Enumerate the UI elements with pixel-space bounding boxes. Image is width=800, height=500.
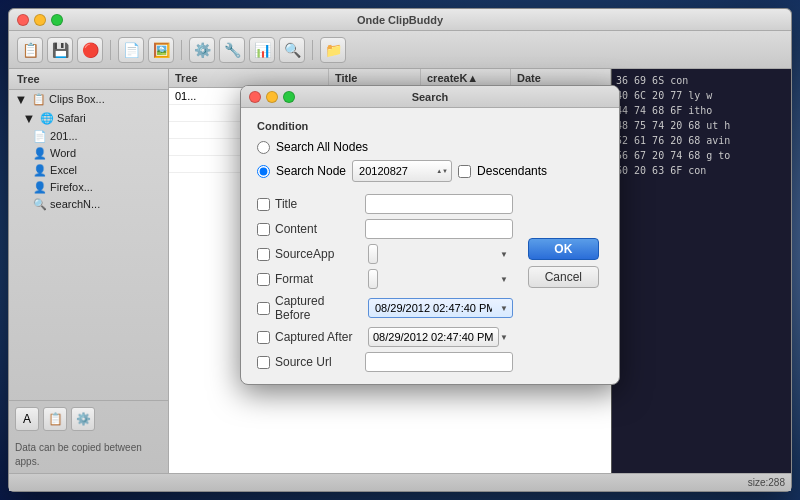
descendants-checkbox[interactable] — [458, 165, 471, 178]
search-node-select-wrapper: 20120827 — [352, 160, 452, 182]
format-checkbox[interactable] — [257, 273, 270, 286]
format-select-wrapper — [368, 269, 513, 289]
format-row: Format — [257, 269, 513, 289]
captured-before-label: Captured Before — [257, 294, 362, 322]
ok-button[interactable]: OK — [528, 238, 599, 260]
cancel-button[interactable]: Cancel — [528, 266, 599, 288]
content-input[interactable] — [365, 219, 513, 239]
search-all-nodes-label: Search All Nodes — [276, 140, 368, 154]
dialog-body: Condition Search All Nodes Search Node 2… — [241, 108, 619, 384]
descendants-label: Descendants — [477, 164, 547, 178]
sourceapp-label: SourceApp — [257, 247, 362, 261]
title-input[interactable] — [365, 194, 513, 214]
source-url-checkbox[interactable] — [257, 356, 270, 369]
search-node-select[interactable]: 20120827 — [352, 160, 452, 182]
captured-after-checkbox[interactable] — [257, 331, 270, 344]
sourceapp-row: SourceApp — [257, 244, 513, 264]
captured-before-row: Captured Before 08/29/2012 02:47:40 PM — [257, 294, 513, 322]
source-url-label: Source Url — [257, 355, 359, 369]
title-row: Title — [257, 194, 513, 214]
sourceapp-checkbox[interactable] — [257, 248, 270, 261]
sourceapp-select-wrapper — [368, 244, 513, 264]
dialog-minimize-button[interactable] — [266, 91, 278, 103]
title-label: Title — [257, 197, 359, 211]
captured-after-select-wrapper: 08/29/2012 02:47:40 PM — [368, 327, 513, 347]
dialog-close-button[interactable] — [249, 91, 261, 103]
search-node-row: Search Node 20120827 Descendants — [257, 160, 603, 182]
title-checkbox[interactable] — [257, 198, 270, 211]
format-select[interactable] — [368, 269, 378, 289]
dialog-maximize-button[interactable] — [283, 91, 295, 103]
content-checkbox[interactable] — [257, 223, 270, 236]
captured-before-select[interactable]: 08/29/2012 02:47:40 PM — [368, 298, 513, 318]
search-node-label: Search Node — [276, 164, 346, 178]
source-url-input[interactable] — [365, 352, 513, 372]
sourceapp-select[interactable] — [368, 244, 378, 264]
dialog-overlay: Search Condition Search All Nodes Search… — [0, 0, 800, 500]
captured-before-checkbox[interactable] — [257, 302, 270, 315]
source-url-row: Source Url — [257, 352, 513, 372]
search-all-nodes-row: Search All Nodes — [257, 140, 603, 154]
captured-after-select[interactable]: 08/29/2012 02:47:40 PM — [368, 327, 499, 347]
search-node-radio[interactable] — [257, 165, 270, 178]
content-row: Content — [257, 219, 513, 239]
search-dialog: Search Condition Search All Nodes Search… — [240, 85, 620, 385]
search-all-nodes-radio[interactable] — [257, 141, 270, 154]
dialog-title: Search — [412, 91, 449, 103]
captured-after-label: Captured After — [257, 330, 362, 344]
dialog-traffic-lights — [249, 91, 295, 103]
condition-label: Condition — [257, 120, 603, 132]
format-label: Format — [257, 272, 362, 286]
captured-before-select-wrapper: 08/29/2012 02:47:40 PM — [368, 298, 513, 318]
captured-after-row: Captured After 08/29/2012 02:47:40 PM — [257, 327, 513, 347]
content-label: Content — [257, 222, 359, 236]
dialog-buttons: OK Cancel — [528, 238, 599, 288]
dialog-title-bar: Search — [241, 86, 619, 108]
